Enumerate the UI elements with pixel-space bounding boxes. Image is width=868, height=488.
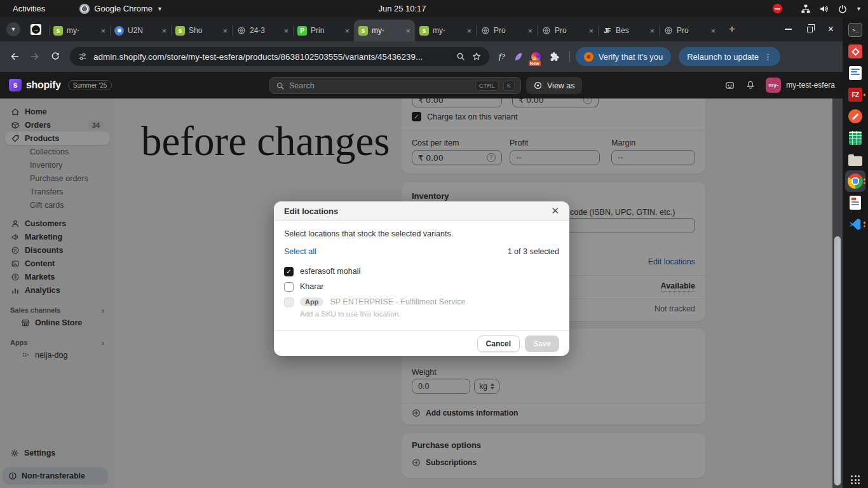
activities-button[interactable]: Activities	[9, 3, 49, 15]
reload-button[interactable]	[46, 47, 65, 66]
url-text[interactable]: admin.shopify.com/store/my-test-esfera/p…	[93, 52, 450, 62]
kebab-menu-icon[interactable]: ⋮	[764, 52, 772, 62]
system-tray[interactable]: ▼	[773, 4, 868, 14]
close-icon[interactable]: ✕	[551, 205, 559, 217]
globe-favicon	[541, 26, 551, 36]
gradient-extension-icon[interactable]: New	[531, 52, 541, 62]
browser-tab[interactable]: JF Bes ×	[598, 20, 659, 41]
tab-label: my-	[372, 26, 402, 35]
view-as-button[interactable]: View as	[526, 77, 582, 94]
tab-label: 24-3	[250, 26, 280, 35]
select-all-link[interactable]: Select all	[284, 247, 316, 256]
printify-favicon: P	[297, 26, 307, 36]
location-row[interactable]: Kharar	[284, 279, 559, 294]
files-app-icon[interactable]	[845, 149, 865, 170]
eye-icon	[533, 81, 543, 90]
shopify-logo[interactable]: s shopify Summer '25	[9, 79, 112, 92]
relaunch-update-button[interactable]: Relaunch to update ⋮	[679, 47, 780, 66]
new-tab-button[interactable]: +	[724, 21, 740, 37]
globe-favicon	[236, 26, 246, 36]
bookmark-star-icon[interactable]	[471, 51, 482, 62]
tab-search-button[interactable]: ▼	[6, 22, 20, 36]
tab-close-icon[interactable]: ×	[161, 26, 166, 36]
app-menu[interactable]: Google Chrome ▼	[79, 4, 163, 14]
tab-close-icon[interactable]: ×	[649, 26, 654, 36]
admin-search-bar[interactable]: CTRL K	[269, 77, 521, 94]
browser-tab[interactable]: Pro ×	[476, 20, 537, 41]
checkbox-unchecked-icon[interactable]	[284, 282, 294, 292]
shopify-favicon: s	[175, 26, 185, 36]
report-app-icon[interactable]	[845, 192, 865, 214]
shopify-admin-page: s shopify Summer '25 CTRL K View as	[0, 72, 843, 488]
cancel-button[interactable]: Cancel	[477, 336, 520, 352]
tab-close-icon[interactable]: ×	[466, 26, 471, 36]
extensions-puzzle-icon[interactable]	[549, 51, 559, 62]
site-info-icon[interactable]	[78, 51, 88, 62]
browser-tab[interactable]: s Sho ×	[171, 20, 232, 41]
tab-close-icon[interactable]: ×	[527, 26, 532, 36]
location-note: Add a SKU to use this location.	[300, 310, 559, 318]
relaunch-label: Relaunch to update	[687, 52, 759, 62]
restore-icon[interactable]	[807, 27, 813, 32]
show-applications-icon[interactable]	[851, 475, 860, 484]
font-extension-icon[interactable]: f?	[499, 52, 505, 62]
search-input[interactable]	[289, 81, 471, 90]
checkbox-checked-icon[interactable]: ✓	[284, 267, 294, 276]
chrome-dock-icon[interactable]	[845, 170, 865, 192]
checkbox-disabled-icon	[284, 297, 294, 307]
browser-tab[interactable]: U2N ×	[110, 20, 171, 41]
close-icon[interactable]: ×	[828, 24, 834, 34]
vscode-icon[interactable]	[845, 214, 865, 235]
sidekick-icon[interactable]	[724, 80, 735, 91]
location-row-disabled: App SP ENTERPRISE - Fulfillment Service	[284, 294, 559, 309]
edit-locations-modal: Edit locations ✕ Select locations that s…	[274, 201, 569, 356]
power-icon	[837, 4, 848, 14]
globe-favicon	[480, 26, 490, 36]
forward-button[interactable]	[25, 47, 44, 66]
pinned-tab[interactable]: →	[31, 24, 41, 35]
browser-tab[interactable]: 24-3 ×	[232, 20, 293, 41]
save-button[interactable]: Save	[525, 336, 559, 352]
location-row[interactable]: ✓ esferasoft mohali	[284, 264, 559, 279]
view-as-label: View as	[547, 81, 575, 90]
browser-tab[interactable]: s my- ×	[49, 20, 110, 41]
tab-close-icon[interactable]: ×	[405, 26, 410, 36]
browser-tab-active[interactable]: s my- ×	[354, 20, 415, 41]
tab-close-icon[interactable]: ×	[588, 26, 593, 36]
dock: >_ FZ	[843, 17, 868, 488]
browser-tab[interactable]: P Prin ×	[293, 20, 354, 41]
tab-close-icon[interactable]: ×	[222, 26, 227, 36]
tab-label: Prin	[311, 26, 341, 35]
minimize-icon[interactable]	[785, 29, 792, 30]
account-menu[interactable]: my- my-test-esfera	[766, 78, 835, 93]
store-name: my-test-esfera	[786, 81, 835, 90]
notifications-bell-icon[interactable]	[745, 80, 756, 90]
feather-extension-icon[interactable]	[513, 52, 523, 62]
tab-close-icon[interactable]: ×	[344, 26, 349, 36]
scrollbar-thumb[interactable]	[834, 236, 841, 485]
tab-close-icon[interactable]: ×	[100, 26, 105, 36]
do-not-disturb-icon	[773, 4, 782, 13]
tab-close-icon[interactable]: ×	[283, 26, 288, 36]
scrollbar-track[interactable]	[832, 98, 843, 488]
spreadsheet-app-icon[interactable]	[845, 127, 865, 149]
diagram-app-icon[interactable]	[845, 41, 865, 62]
text-document-app-icon[interactable]	[845, 62, 865, 84]
running-indicator	[864, 93, 866, 96]
clock[interactable]: Jun 25 10:17	[355, 4, 450, 13]
modal-description: Select locations that stock the selected…	[284, 229, 559, 238]
profile-alert-icon	[584, 52, 593, 62]
verify-profile-button[interactable]: Verify that it's you	[576, 47, 671, 66]
zoom-icon[interactable]	[456, 51, 466, 62]
terminal-icon[interactable]: >_	[845, 19, 865, 41]
shopify-bag-icon: s	[9, 79, 22, 92]
browser-tab[interactable]: Pro ×	[537, 20, 598, 41]
address-bar[interactable]: admin.shopify.com/store/my-test-esfera/p…	[70, 47, 489, 66]
image-editor-icon[interactable]	[845, 105, 865, 127]
tab-close-icon[interactable]: ×	[710, 26, 715, 36]
window-controls: ×	[785, 17, 834, 41]
filezilla-icon[interactable]: FZ	[845, 84, 865, 105]
browser-tab[interactable]: Pro ×	[659, 20, 720, 41]
browser-tab[interactable]: s my- ×	[415, 20, 476, 41]
back-button[interactable]	[5, 47, 24, 66]
